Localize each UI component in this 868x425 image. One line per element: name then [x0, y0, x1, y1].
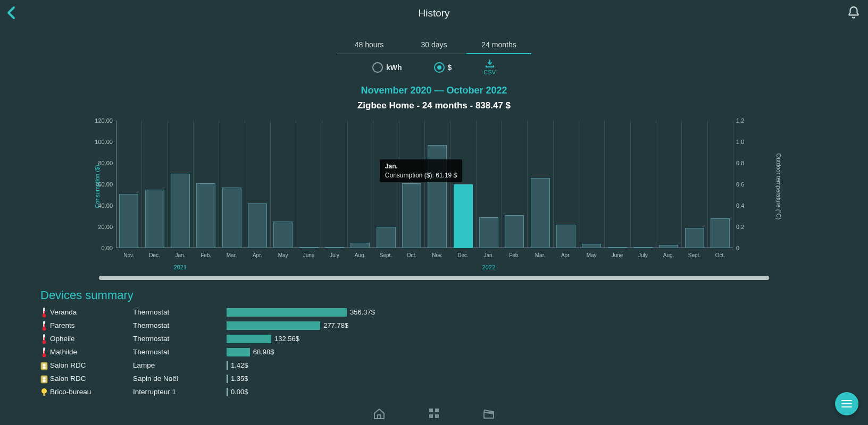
device-bar	[227, 388, 228, 396]
grid-line	[296, 121, 296, 248]
x-tick-label: June	[605, 252, 630, 258]
device-row[interactable]: Salon RDCSapin de Noël1.35$	[40, 372, 828, 385]
device-row[interactable]: Brico-bureauInterrupteur 10.00$	[40, 385, 828, 398]
grid-line	[733, 121, 733, 248]
device-row[interactable]: MathildeThermostat68.98$	[40, 345, 828, 359]
chart-bar[interactable]	[196, 183, 215, 248]
nav-grid-button[interactable]	[428, 407, 440, 422]
chart-bar[interactable]	[273, 222, 293, 248]
device-row[interactable]: ParentsThermostat277.78$	[40, 319, 828, 332]
x-tick-label: Aug.	[656, 252, 681, 258]
device-row[interactable]: Salon RDCLampe1.42$	[40, 359, 828, 372]
grid-line	[193, 121, 194, 248]
x-tick-label: Feb.	[502, 252, 527, 258]
chart-bar[interactable]	[556, 225, 575, 248]
range-tabs: 48 hours 30 days 24 months	[0, 37, 868, 54]
hamburger-icon	[841, 399, 852, 409]
grid-line	[424, 121, 425, 248]
y-tick-right: 1,0	[736, 139, 744, 145]
device-type: Thermostat	[133, 348, 227, 356]
chart-bar[interactable]	[248, 203, 267, 248]
device-bar-cell: 277.78$	[227, 321, 652, 330]
chart-bar[interactable]	[171, 174, 190, 248]
tab-48-hours[interactable]: 48 hours	[337, 37, 402, 54]
y-tick-left: 60.00	[98, 181, 113, 188]
svg-point-14	[43, 366, 46, 369]
x-tick-label: Jan.	[476, 252, 502, 258]
page-title: History	[418, 7, 449, 19]
svg-point-17	[43, 379, 46, 382]
grid-line	[270, 121, 271, 248]
device-name: Salon RDC	[50, 361, 86, 369]
chart-bar[interactable]	[505, 215, 524, 248]
nav-scenes-button[interactable]	[482, 407, 495, 422]
notifications-button[interactable]	[847, 5, 861, 22]
nav-home-button[interactable]	[373, 407, 386, 422]
device-type: Thermostat	[133, 321, 227, 329]
chart-bar[interactable]	[377, 227, 396, 248]
tab-24-months[interactable]: 24 months	[466, 37, 531, 54]
grid-line	[630, 121, 631, 248]
device-bar	[227, 375, 228, 383]
svg-rect-8	[44, 337, 45, 342]
chart-bar[interactable]	[479, 217, 498, 248]
chart-bar[interactable]	[711, 218, 730, 248]
device-name: Brico-bureau	[50, 388, 91, 396]
radio-kwh[interactable]: kWh	[372, 62, 402, 73]
chart-bar[interactable]	[608, 247, 627, 248]
chart-bar[interactable]	[350, 243, 370, 248]
csv-export-button[interactable]: CSV	[483, 60, 496, 75]
chart-bar[interactable]	[659, 245, 678, 248]
chart-bar[interactable]	[633, 247, 653, 248]
chart-bar[interactable]	[428, 145, 447, 248]
chart-bar[interactable]	[222, 188, 241, 248]
radio-dollar[interactable]: $	[434, 62, 452, 73]
clapper-icon	[482, 407, 495, 420]
device-row[interactable]: VerandaThermostat356.37$	[40, 305, 828, 319]
device-type: Thermostat	[133, 308, 227, 316]
y-tick-left: 80.00	[98, 160, 113, 166]
chart-bar[interactable]	[119, 194, 138, 248]
chart-plot[interactable]: Nov.Dec.Jan.Feb.Mar.Apr.MayJuneJulyAug.S…	[116, 121, 733, 248]
y-tick-right: 1,2	[736, 117, 744, 124]
svg-point-18	[41, 388, 47, 394]
device-bar	[227, 335, 271, 343]
grid-line	[373, 121, 373, 248]
svg-rect-20	[429, 409, 433, 412]
radio-kwh-label: kWh	[386, 63, 402, 72]
grid-line	[168, 121, 168, 248]
y-axis-left: 0.0020.0040.0060.0080.00100.00120.00	[85, 121, 116, 248]
x-tick-label: Nov.	[116, 252, 141, 258]
chart-bar[interactable]	[402, 183, 421, 248]
chart-scrollbar[interactable]	[99, 276, 769, 280]
thermo-icon	[40, 347, 48, 358]
chart-bar[interactable]	[145, 190, 164, 248]
x-tick-label: Mar.	[219, 252, 245, 258]
grid-line	[527, 121, 528, 248]
grid-line	[476, 121, 477, 248]
x-tick-label: Oct.	[707, 252, 733, 258]
menu-fab-button[interactable]	[835, 392, 858, 415]
back-button[interactable]	[5, 5, 17, 22]
chart-bar[interactable]	[582, 244, 601, 248]
csv-label: CSV	[483, 69, 496, 75]
svg-rect-22	[429, 414, 433, 418]
device-name: Mathilde	[50, 348, 77, 356]
y-tick-left: 20.00	[98, 224, 113, 230]
device-value: 68.98$	[253, 348, 274, 356]
x-tick-label: May	[579, 252, 604, 258]
chart-bar[interactable]	[685, 228, 704, 248]
device-row[interactable]: OphelieThermostat132.56$	[40, 332, 828, 345]
chart-bar[interactable]	[325, 247, 344, 248]
device-value: 1.42$	[231, 361, 248, 369]
chart-bar[interactable]	[531, 178, 550, 248]
x-tick-label: Feb.	[193, 252, 219, 258]
device-bar-cell: 0.00$	[227, 388, 652, 396]
bottom-nav	[373, 407, 495, 422]
chart-bar[interactable]	[299, 247, 319, 248]
thermo-icon	[40, 320, 48, 331]
svg-point-13	[43, 363, 46, 366]
tab-30-days[interactable]: 30 days	[402, 37, 466, 54]
chart-bar[interactable]	[454, 184, 473, 248]
y-tick-left: 120.00	[95, 117, 113, 124]
